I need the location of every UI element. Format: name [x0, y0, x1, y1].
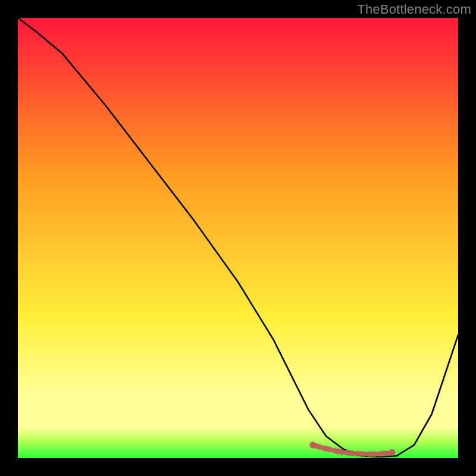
valley-end-marker — [309, 441, 316, 448]
watermark-text: TheBottleneck.com — [357, 2, 471, 17]
valley-end-marker — [389, 449, 396, 456]
bottleneck-plot — [0, 0, 476, 476]
chart-container: { "watermark": "TheBottleneck.com", "plo… — [0, 0, 476, 476]
plot-background — [18, 18, 458, 458]
